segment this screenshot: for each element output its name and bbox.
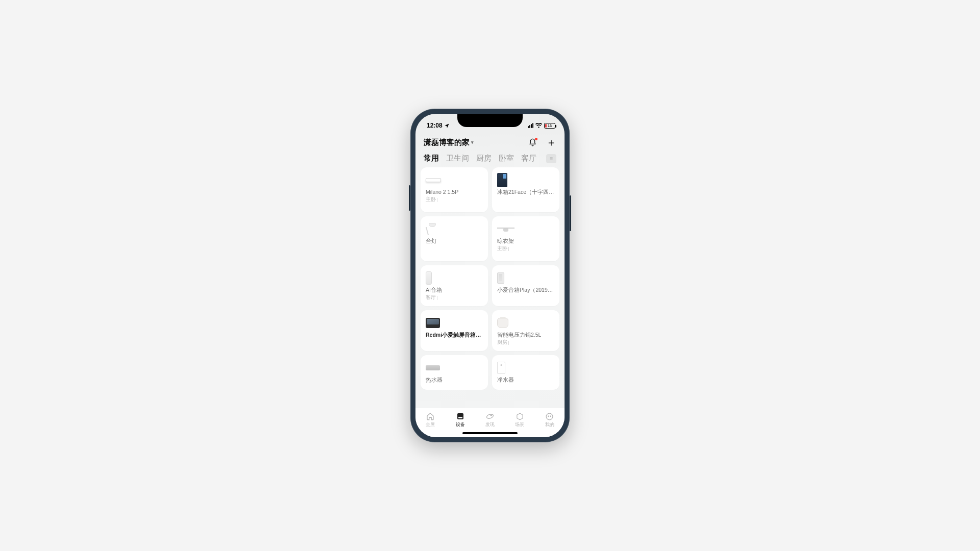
tab-livingroom[interactable]: 客厅 xyxy=(521,154,536,163)
nav-home[interactable]: 全屋 xyxy=(426,412,435,428)
notification-dot xyxy=(535,138,537,140)
device-thumbnail xyxy=(426,223,437,235)
device-thumbnail xyxy=(497,173,507,187)
status-time: 12:08 xyxy=(427,122,443,129)
location-icon xyxy=(444,123,450,129)
discover-icon xyxy=(485,412,495,421)
tab-kitchen[interactable]: 厨房 xyxy=(476,154,492,163)
wifi-icon xyxy=(535,123,542,128)
svg-rect-0 xyxy=(457,413,463,419)
battery-icon: 13 xyxy=(544,123,555,129)
tab-common[interactable]: 常用 xyxy=(424,154,439,163)
nav-label: 设备 xyxy=(456,422,465,428)
svg-rect-1 xyxy=(458,417,462,418)
device-card[interactable]: 智能电压力锅2.5L厨房 xyxy=(492,310,559,351)
device-name: 冰箱21Face（十字四门… xyxy=(497,189,554,195)
device-thumbnail xyxy=(426,271,432,285)
device-name: Milano 2 1.5P xyxy=(426,189,483,195)
device-card[interactable]: 热水器 xyxy=(421,355,488,390)
me-icon xyxy=(545,412,554,421)
device-card[interactable]: 台灯 xyxy=(421,216,488,261)
device-name: 台灯 xyxy=(426,238,483,244)
rooms-menu-button[interactable]: ≡ xyxy=(546,154,556,163)
device-name: AI音箱 xyxy=(426,287,483,293)
devices-icon xyxy=(456,412,465,421)
app-header: 潇磊博客的家 ▾ ＋ xyxy=(415,134,565,147)
device-card[interactable]: Redmi小爱触屏音箱Pr… xyxy=(421,310,488,351)
notch xyxy=(457,114,523,127)
bottom-nav: 全屋 设备 发现 场景 xyxy=(415,408,565,437)
device-thumbnail xyxy=(497,272,504,284)
device-name: 热水器 xyxy=(426,377,483,383)
device-room: 主卧 xyxy=(497,245,554,252)
device-card[interactable]: 净水器 xyxy=(492,355,559,390)
device-card[interactable]: 晾衣架主卧 xyxy=(492,216,559,261)
nav-me[interactable]: 我的 xyxy=(545,412,554,428)
home-name: 潇磊博客的家 xyxy=(424,138,470,147)
device-thumbnail xyxy=(497,318,508,328)
svg-point-2 xyxy=(486,413,494,419)
device-card[interactable]: 冰箱21Face（十字四门… xyxy=(492,167,559,212)
nav-discover[interactable]: 发现 xyxy=(485,412,495,428)
nav-label: 场景 xyxy=(515,422,524,428)
device-room: 客厅 xyxy=(426,294,483,301)
device-thumbnail xyxy=(497,227,514,232)
screen: 12:08 13 潇磊博客的家 ▾ xyxy=(415,114,565,437)
svg-point-3 xyxy=(491,415,492,416)
nav-label: 全屋 xyxy=(426,422,435,428)
device-card[interactable]: Milano 2 1.5P主卧 xyxy=(421,167,488,212)
tab-bedroom[interactable]: 卧室 xyxy=(499,154,514,163)
device-thumbnail xyxy=(426,318,440,328)
chevron-down-icon: ▾ xyxy=(471,140,474,145)
svg-point-5 xyxy=(548,416,549,416)
signal-icon xyxy=(528,123,533,128)
device-list[interactable]: Milano 2 1.5P主卧冰箱21Face（十字四门…台灯晾衣架主卧AI音箱… xyxy=(415,167,565,408)
device-name: 晾衣架 xyxy=(497,238,554,244)
device-thumbnail xyxy=(497,362,505,374)
tab-bathroom[interactable]: 卫生间 xyxy=(446,154,469,163)
device-name: 净水器 xyxy=(497,377,554,383)
device-name: 小爱音箱Play（2019款） xyxy=(497,287,554,293)
device-name: 智能电压力锅2.5L xyxy=(497,332,554,338)
nav-scenes[interactable]: 场景 xyxy=(515,412,524,428)
home-indicator xyxy=(462,432,518,434)
device-name: Redmi小爱触屏音箱Pr… xyxy=(426,332,483,338)
svg-point-4 xyxy=(546,413,553,420)
device-card[interactable]: AI音箱客厅 xyxy=(421,265,488,306)
home-selector[interactable]: 潇磊博客的家 ▾ xyxy=(424,138,474,147)
svg-point-6 xyxy=(550,416,551,416)
room-tabs: 常用 卫生间 厨房 卧室 客厅 ≡ xyxy=(415,147,565,167)
device-thumbnail xyxy=(426,178,441,182)
device-room: 厨房 xyxy=(497,339,554,346)
phone-frame: 12:08 13 潇磊博客的家 ▾ xyxy=(410,109,570,442)
nav-devices[interactable]: 设备 xyxy=(456,412,465,428)
nav-label: 我的 xyxy=(545,422,554,428)
device-room: 主卧 xyxy=(426,196,483,203)
device-card[interactable]: 小爱音箱Play（2019款） xyxy=(492,265,559,306)
add-device-button[interactable]: ＋ xyxy=(546,137,556,147)
nav-label: 发现 xyxy=(485,422,495,428)
notifications-button[interactable] xyxy=(528,138,537,147)
scenes-icon xyxy=(515,412,524,421)
home-icon xyxy=(426,412,435,421)
device-thumbnail xyxy=(426,365,440,370)
